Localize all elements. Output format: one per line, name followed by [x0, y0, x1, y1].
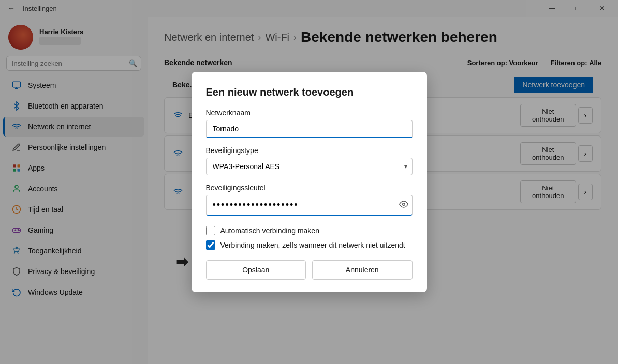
network-name-input[interactable] — [206, 120, 413, 138]
hidden-network-checkbox[interactable] — [206, 240, 215, 250]
cancel-button[interactable]: Annuleren — [312, 260, 413, 280]
security-type-label: Beveiligingstype — [206, 146, 413, 155]
save-button[interactable]: Opslaan — [206, 260, 306, 280]
security-type-group: Beveiligingstype Open WEP WPA2-Personal … — [206, 146, 413, 175]
auto-connect-label[interactable]: Automatisch verbinding maken — [220, 226, 319, 235]
security-key-input[interactable] — [206, 195, 413, 216]
security-type-select-wrap: Open WEP WPA2-Personal AES WPA3-Personal… — [206, 158, 413, 175]
security-type-select[interactable]: Open WEP WPA2-Personal AES WPA3-Personal… — [206, 158, 413, 175]
security-key-group: Beveiligingssleutel — [206, 184, 413, 216]
security-key-label: Beveiligingssleutel — [206, 184, 413, 192]
auto-connect-checkbox[interactable] — [206, 226, 215, 235]
hidden-network-row: Verbinding maken, zelfs wanneer dit netw… — [206, 240, 413, 250]
dialog-title: Een nieuw netwerk toevoegen — [206, 86, 413, 98]
eye-button[interactable] — [399, 200, 408, 211]
auto-connect-row: Automatisch verbinding maken — [206, 226, 413, 235]
network-name-label: Netwerknaam — [206, 109, 413, 117]
svg-point-19 — [402, 203, 405, 206]
dialog: Een nieuw netwerk toevoegen Netwerknaam … — [192, 72, 427, 292]
arrow-indicator: ➡ — [176, 253, 188, 270]
security-key-wrap — [206, 195, 413, 216]
dialog-buttons: Opslaan Annuleren — [206, 260, 413, 280]
modal-overlay: ➡ Een nieuw netwerk toevoegen Netwerknaa… — [0, 0, 618, 364]
hidden-network-label[interactable]: Verbinding maken, zelfs wanneer dit netw… — [220, 241, 405, 249]
network-name-group: Netwerknaam — [206, 109, 413, 138]
